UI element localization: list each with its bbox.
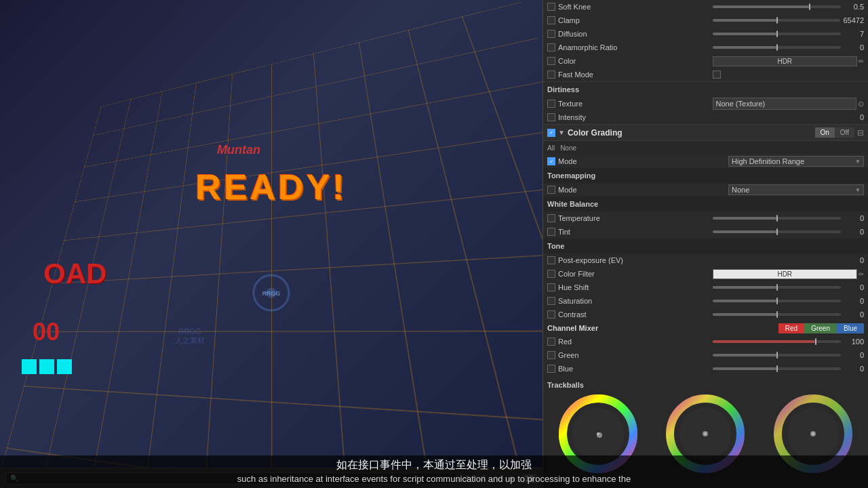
ch-blue-slider-row: 0 [713, 365, 865, 373]
subtitle-english: such as inheritance at interface events … [14, 474, 854, 484]
hue-shift-slider-row: 0 [713, 283, 865, 291]
diffusion-label: Diffusion [558, 30, 710, 38]
contrast-row: Contrast 0 [543, 308, 868, 321]
logo-watermark: RRGG [251, 272, 292, 313]
bloom-section: Soft Knee 0.5 Clamp [543, 0, 868, 82]
none-label[interactable]: None [560, 144, 576, 152]
anamorphic-slider-row: 0 [713, 43, 865, 52]
intensity-label: Intensity [558, 113, 841, 121]
fast-mode-toggle[interactable] [713, 70, 721, 79]
post-exposure-label: Post-exposure (EV) [558, 256, 841, 264]
texture-label: Texture [558, 100, 710, 108]
dirtiness-label: Dirtiness [547, 85, 579, 94]
color-filter-edit-icon[interactable]: ✏ [859, 270, 864, 278]
clamp-value-container: 65472 [713, 16, 865, 24]
contrast-label: Contrast [558, 310, 710, 319]
texture-select-icon[interactable]: ⊙ [858, 100, 864, 108]
temperature-slider[interactable] [713, 217, 842, 220]
soft-knee-checkbox[interactable] [547, 3, 555, 11]
off-button[interactable]: Off [835, 127, 854, 138]
hue-shift-checkbox[interactable] [547, 283, 555, 291]
temperature-value: 0 [844, 214, 864, 222]
cg-mode-checkbox[interactable] [547, 157, 555, 165]
logo-icon: RRGG [251, 272, 292, 313]
color-hdr-button[interactable]: HDR [713, 56, 858, 66]
color-grading-enable-checkbox[interactable] [547, 129, 555, 137]
clamp-slider[interactable] [713, 19, 841, 22]
color-filter-hdr-button[interactable]: HDR [713, 269, 858, 279]
tonemapping-none-dropdown[interactable]: None ▼ [728, 184, 864, 195]
post-exposure-checkbox[interactable] [547, 256, 555, 264]
anamorphic-checkbox[interactable] [547, 43, 555, 52]
ch-red-slider[interactable] [713, 340, 842, 343]
ch-blue-slider[interactable] [713, 367, 842, 370]
intensity-checkbox[interactable] [547, 113, 555, 121]
diffusion-slider[interactable] [713, 33, 842, 35]
texture-checkbox[interactable] [547, 100, 555, 108]
ch-blue-row: Blue 0 [543, 362, 868, 375]
oo-text: 00 [33, 318, 60, 346]
texture-field[interactable]: None (Texture) [713, 98, 857, 110]
viewport-canvas: Muntan READY! OAD 00 RRGG RRGG人之素材 [0, 0, 542, 468]
channel-red-button[interactable]: Red [778, 323, 804, 333]
expand-icon[interactable]: ⊟ [857, 128, 864, 138]
subtitle-bar: 如在接口事件中，本通过至处理，以加强 such as inheritance a… [0, 455, 868, 488]
channel-blue-button[interactable]: Blue [837, 323, 864, 333]
hue-shift-row: Hue Shift 0 [543, 281, 868, 294]
color-grading-collapse-arrow[interactable]: ▼ [558, 129, 565, 136]
temperature-label: Temperature [558, 214, 710, 222]
anamorphic-label: Anamorphic Ratio [558, 43, 710, 52]
color-checkbox[interactable] [547, 57, 555, 65]
diffusion-slider-row: 7 [713, 30, 865, 38]
game-subtitle-text: Muntan [217, 142, 260, 157]
ch-green-slider[interactable] [713, 354, 842, 357]
tonemapping-mode-row: Mode None ▼ [543, 183, 868, 197]
texture-field-container: None (Texture) ⊙ [713, 98, 865, 110]
soft-knee-slider[interactable] [713, 5, 842, 8]
anamorphic-row: Anamorphic Ratio 0 [543, 41, 868, 54]
ready-text: READY! [195, 167, 347, 207]
cyan-block-3 [57, 359, 72, 374]
diffusion-checkbox[interactable] [547, 30, 555, 38]
saturation-slider-row: 0 [713, 297, 865, 305]
contrast-checkbox[interactable] [547, 310, 555, 319]
tone-label: Tone [547, 242, 564, 250]
saturation-slider[interactable] [713, 300, 842, 302]
saturation-checkbox[interactable] [547, 297, 555, 305]
channel-green-button[interactable]: Green [804, 323, 837, 333]
tone-header: Tone [543, 239, 868, 253]
color-filter-label: Color Filter [558, 270, 710, 278]
tint-slider[interactable] [713, 230, 842, 233]
hue-shift-slider[interactable] [713, 286, 842, 289]
soft-knee-value: 0.5 [844, 3, 864, 11]
ch-red-checkbox[interactable] [547, 338, 555, 346]
soft-knee-row: Soft Knee 0.5 [543, 0, 868, 14]
color-row: Color HDR ✏ [543, 54, 868, 68]
ch-blue-checkbox[interactable] [547, 365, 555, 373]
ch-green-checkbox[interactable] [547, 351, 555, 359]
color-filter-checkbox[interactable] [547, 270, 555, 278]
tint-value: 0 [844, 228, 864, 236]
all-label[interactable]: All [547, 144, 555, 152]
color-edit-icon[interactable]: ✏ [859, 58, 864, 65]
color-grading-header: ▼ Color Grading On Off ⊟ [543, 125, 868, 141]
ch-blue-label: Blue [558, 365, 710, 373]
properties-panel: Soft Knee 0.5 Clamp [542, 0, 868, 488]
cg-mode-dropdown[interactable]: High Definition Range ▼ [728, 156, 864, 167]
color-filter-row: Color Filter HDR ✏ [543, 267, 868, 281]
temperature-checkbox[interactable] [547, 214, 555, 222]
cyan-block-2 [39, 359, 54, 374]
clamp-checkbox[interactable] [547, 16, 555, 24]
contrast-slider[interactable] [713, 313, 842, 316]
contrast-slider-row: 0 [713, 310, 865, 319]
fast-mode-checkbox[interactable] [547, 70, 555, 79]
tonemapping-mode-checkbox[interactable] [547, 186, 555, 194]
hue-shift-value: 0 [844, 283, 864, 291]
tint-label: Tint [558, 228, 710, 236]
color-hdr-container: HDR ✏ [713, 56, 865, 66]
ch-red-row: Red 100 [543, 335, 868, 348]
on-button[interactable]: On [815, 127, 835, 138]
tonemapping-header: Tonemapping [543, 168, 868, 183]
tint-checkbox[interactable] [547, 228, 555, 236]
anamorphic-slider[interactable] [713, 46, 842, 49]
